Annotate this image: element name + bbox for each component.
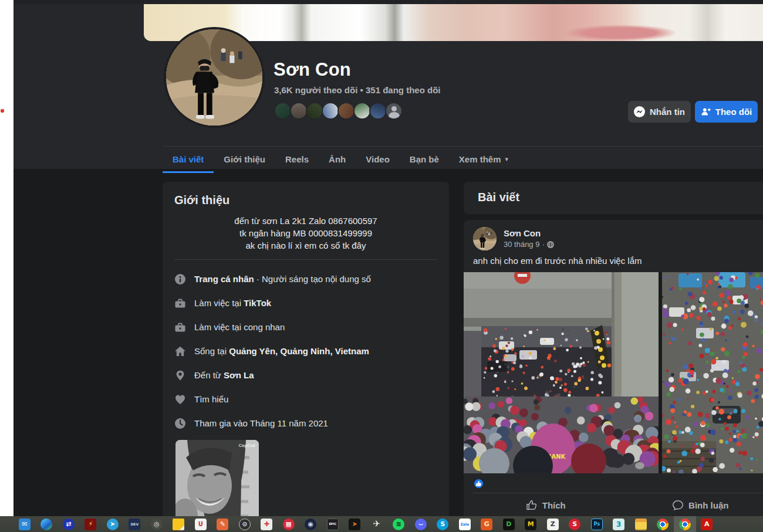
like-reaction-badge[interactable] xyxy=(473,478,484,489)
obs-studio-icon[interactable]: ⊙ xyxy=(234,516,256,532)
zbrush-icon[interactable]: Z xyxy=(542,516,564,532)
tab-giới-thiệu[interactable]: Giới thiệu xyxy=(214,147,275,173)
discord-icon[interactable]: ⌣ xyxy=(410,516,432,532)
intro-bio-line: ak chị nào lí xì em có số tk đây xyxy=(174,239,437,252)
tab-video[interactable]: Video xyxy=(356,147,400,173)
tab-reels[interactable]: Reels xyxy=(275,147,319,173)
peripheral-tool-icon[interactable]: ✚ xyxy=(256,516,278,532)
3ds-max-glyph: 3 xyxy=(613,519,624,530)
follower-avatar[interactable] xyxy=(322,102,339,120)
post-text: anh chị cho em đi trước nhà nhiều việc l… xyxy=(464,250,763,267)
intro-item-link[interactable]: Trang cá nhân xyxy=(194,274,254,284)
m-app-icon[interactable]: M xyxy=(520,516,542,532)
draw-tool-icon[interactable]: ✎ xyxy=(212,516,234,532)
tab-label: Ảnh xyxy=(329,154,346,164)
post-meta[interactable]: 30 tháng 9 · xyxy=(504,240,554,249)
chrome-icon[interactable] xyxy=(652,516,674,532)
arrow-app-glyph: ➤ xyxy=(349,519,360,530)
intro-item-link[interactable]: Quảng Yên, Quảng Ninh, Vietnam xyxy=(229,346,369,356)
tab-label: Bạn bè xyxy=(410,154,439,164)
tab-bài-viết[interactable]: Bài viết xyxy=(163,147,214,173)
peripheral-tool-glyph: ✚ xyxy=(261,519,272,530)
follower-avatar[interactable] xyxy=(337,102,355,120)
posts-section-card: Bài viết xyxy=(464,182,763,214)
bank-app-glyph: ▦ xyxy=(283,519,295,530)
post-photo-1[interactable]: A BANK xyxy=(464,272,659,473)
post-author-avatar[interactable] xyxy=(473,227,497,250)
steam-icon[interactable]: ◉ xyxy=(300,516,322,532)
photoshop-icon[interactable]: Ps xyxy=(586,516,608,532)
telegram-glyph: ➤ xyxy=(107,519,119,530)
follow-button[interactable]: Theo dõi xyxy=(695,101,758,123)
follower-avatar[interactable] xyxy=(274,102,292,120)
follower-avatar[interactable] xyxy=(290,102,308,120)
intro-bio-line: đến từ sơn La 2k1 Zalo 0867600597 xyxy=(174,215,437,227)
sticky-notes-glyph xyxy=(173,519,184,530)
intro-card: Giới thiệu đến từ sơn La 2k1 Zalo 086760… xyxy=(163,182,449,532)
messenger-icon xyxy=(634,106,645,117)
profile-picture[interactable] xyxy=(164,27,265,128)
quick-assist-glyph: ◎ xyxy=(151,519,163,530)
post-card: Sơn Con 30 tháng 9 · anh chị cho em đi t… xyxy=(464,220,763,532)
like-icon xyxy=(526,499,538,511)
bank-app-icon[interactable]: ▦ xyxy=(278,516,300,532)
follower-avatar[interactable] xyxy=(306,102,323,120)
message-button[interactable]: Nhắn tin xyxy=(628,101,691,123)
intro-item-pre: Tìm hiểu xyxy=(194,394,228,404)
3ds-max-icon[interactable]: 3 xyxy=(608,516,630,532)
intro-item-pre: Sống tại xyxy=(194,346,229,356)
dev-cpp-icon[interactable]: DEV xyxy=(124,516,146,532)
like-button[interactable]: Thích xyxy=(468,495,623,515)
intro-video-thumbnail[interactable]: CapCut xyxy=(175,440,259,525)
teamviewer-icon[interactable]: ⇄ xyxy=(58,516,80,532)
skype-icon[interactable]: S xyxy=(432,516,454,532)
arrow-app-icon[interactable]: ➤ xyxy=(344,516,366,532)
spotify-icon[interactable]: ≋ xyxy=(388,516,410,532)
war-thunder-icon[interactable]: ✈ xyxy=(366,516,388,532)
follower-avatar-placeholder[interactable] xyxy=(385,102,403,120)
post-date: 30 tháng 9 xyxy=(504,240,539,249)
intro-title: Giới thiệu xyxy=(174,194,437,207)
zalo-icon[interactable]: Zalo xyxy=(454,516,476,532)
comment-button-label: Bình luận xyxy=(688,500,728,510)
chevron-down-icon: ▾ xyxy=(505,155,509,163)
d-shield-app-glyph: D xyxy=(503,519,515,530)
post-author-name[interactable]: Sơn Con xyxy=(504,228,554,238)
clock-icon xyxy=(174,418,186,429)
d-shield-app-icon[interactable]: D xyxy=(498,516,520,532)
intro-item-link[interactable]: Sơn La xyxy=(224,370,254,380)
intro-bio: đến từ sơn La 2k1 Zalo 0867600597tk ngân… xyxy=(174,215,437,252)
flash-tool-icon[interactable]: ⚡ xyxy=(80,516,102,532)
comment-button[interactable]: Bình luận xyxy=(623,495,763,515)
tab-ảnh[interactable]: Ảnh xyxy=(319,147,356,173)
follower-avatar[interactable] xyxy=(369,102,387,120)
war-thunder-glyph: ✈ xyxy=(371,519,383,530)
ui-tool-icon[interactable]: U xyxy=(190,516,212,532)
quick-assist-icon[interactable]: ◎ xyxy=(146,516,168,532)
intro-item-post: · Người sáng tạo nội dung số xyxy=(254,274,371,284)
intro-item: Làm việc tại TikTok xyxy=(174,291,437,315)
capcut-watermark: CapCut xyxy=(239,443,255,448)
taskbar: ✉⇄⚡➤DEV◎U✎⊙✚▦◉EPIC➤✈≋⌣SZaloGDMZSPs3A xyxy=(0,516,763,532)
followers-count[interactable]: 3,6K người theo dõi • 351 đang theo dõi xyxy=(274,85,440,95)
flash-tool-glyph: ⚡ xyxy=(85,519,96,530)
file-explorer-icon[interactable] xyxy=(630,516,652,532)
intro-bio-line: tk ngân hàng MB 0000831499999 xyxy=(174,227,437,239)
post-photo-2[interactable] xyxy=(662,272,763,473)
follow-button-label: Theo dõi xyxy=(715,107,752,117)
chrome-active-icon[interactable] xyxy=(674,516,696,532)
tab-xem-thêm[interactable]: Xem thêm▾ xyxy=(449,147,518,173)
heart-icon xyxy=(174,394,186,405)
s-app-icon[interactable]: S xyxy=(564,516,586,532)
edge-browser-icon[interactable] xyxy=(36,516,58,532)
garena-icon[interactable]: G xyxy=(476,516,498,532)
acrobat-reader-icon[interactable]: A xyxy=(696,516,718,532)
epic-games-icon[interactable]: EPIC xyxy=(322,516,344,532)
follower-avatar[interactable] xyxy=(353,102,371,120)
mail-icon[interactable]: ✉ xyxy=(13,516,36,532)
chrome-active-glyph xyxy=(679,519,691,530)
intro-item-link[interactable]: TikTok xyxy=(244,298,271,308)
sticky-notes-icon[interactable] xyxy=(168,516,190,532)
tab-bạn-bè[interactable]: Bạn bè xyxy=(400,147,449,173)
telegram-icon[interactable]: ➤ xyxy=(102,516,124,532)
